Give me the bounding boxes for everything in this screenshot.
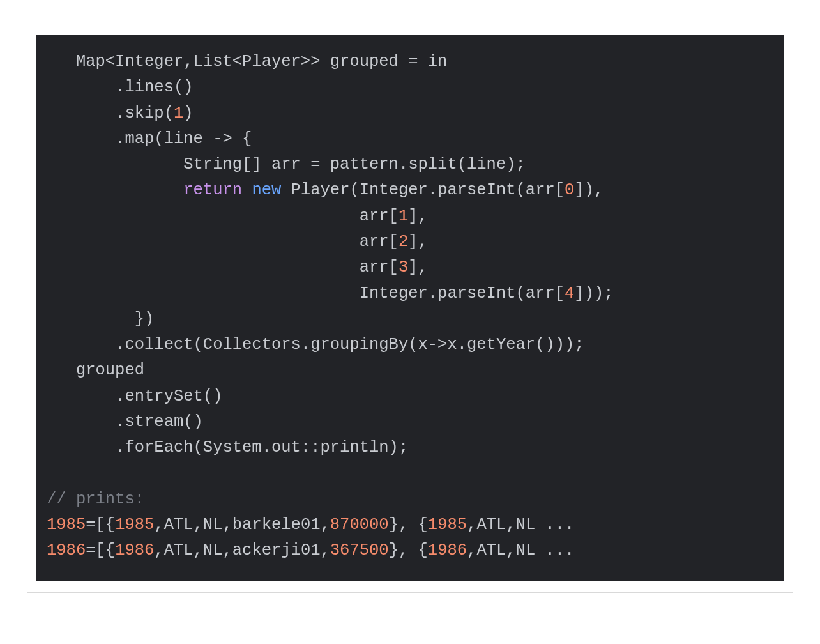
keyword-new: new xyxy=(252,181,281,199)
code-space xyxy=(242,181,252,199)
output-text: =[{ xyxy=(86,541,115,560)
code-indent xyxy=(47,181,183,199)
code-line: .entrySet() xyxy=(47,387,222,406)
code-number: 3 xyxy=(399,258,408,277)
code-indent: Integer.parseInt(arr[ xyxy=(47,284,565,303)
code-block: Map<Integer,List<Player>> grouped = in .… xyxy=(36,35,784,581)
code-line: Map<Integer,List<Player>> grouped = in xyxy=(47,52,447,71)
output-number: 1986 xyxy=(428,541,467,560)
code-text: ], xyxy=(408,233,428,251)
code-line: .collect(Collectors.groupingBy(x->x.getY… xyxy=(47,335,584,354)
output-text: =[{ xyxy=(86,516,115,534)
code-line: .lines() xyxy=(47,78,194,96)
code-card: Map<Integer,List<Player>> grouped = in .… xyxy=(27,26,793,593)
comment-line: // prints: xyxy=(47,490,144,509)
output-text: ,ATL,NL,barkele01, xyxy=(154,516,330,534)
code-text: ], xyxy=(408,207,428,226)
code-number: 1 xyxy=(174,104,183,123)
output-text: }, { xyxy=(389,516,428,534)
output-text: }, { xyxy=(389,541,428,560)
code-indent: arr[ xyxy=(47,207,399,226)
code-line: .skip( xyxy=(47,104,174,123)
code-number: 4 xyxy=(565,284,574,303)
code-number: 2 xyxy=(399,233,408,251)
code-text: ])); xyxy=(574,284,613,303)
code-line: .stream() xyxy=(47,413,203,431)
output-text: ,ATL,NL ... xyxy=(467,516,574,534)
output-number: 367500 xyxy=(330,541,389,560)
code-line: .forEach(System.out::println); xyxy=(47,438,408,457)
output-text: ,ATL,NL,ackerji01, xyxy=(154,541,330,560)
code-line: .map(line -> { xyxy=(47,130,252,148)
output-number: 870000 xyxy=(330,516,389,534)
code-text: ], xyxy=(408,258,428,277)
code-number: 0 xyxy=(565,181,574,199)
keyword-return: return xyxy=(183,181,242,199)
code-text: Player(Integer.parseInt(arr[ xyxy=(281,181,565,199)
code-indent: arr[ xyxy=(47,258,399,277)
output-number: 1985 xyxy=(47,516,86,534)
output-number: 1985 xyxy=(428,516,467,534)
output-text: ,ATL,NL ... xyxy=(467,541,574,560)
output-number: 1986 xyxy=(115,541,154,560)
output-number: 1986 xyxy=(47,541,86,560)
code-line: String[] arr = pattern.split(line); xyxy=(47,155,526,174)
code-indent: arr[ xyxy=(47,233,399,251)
output-number: 1985 xyxy=(115,516,154,534)
code-line: grouped xyxy=(47,361,144,379)
code-text: ]), xyxy=(574,181,604,199)
code-number: 1 xyxy=(399,207,408,226)
code-text: ) xyxy=(183,104,193,123)
code-line: }) xyxy=(47,310,154,328)
